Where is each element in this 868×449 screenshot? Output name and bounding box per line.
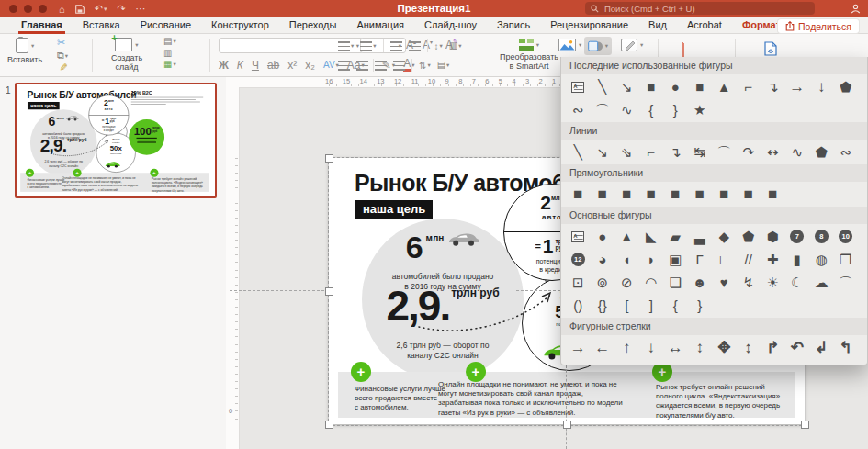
shape-plaque[interactable]: ▮ xyxy=(785,248,810,271)
shape-diagonal-stripe[interactable]: // xyxy=(737,248,761,271)
more-commands-icon[interactable]: ⋯ xyxy=(136,3,146,15)
undo-caret-icon[interactable]: ▾ xyxy=(104,6,107,13)
shape-curved-double-arrow-connector[interactable]: ↭ xyxy=(761,140,785,163)
shape-chord[interactable]: ◖ xyxy=(614,248,639,271)
shape-right-bracket[interactable]: ] xyxy=(639,294,664,317)
undo-icon[interactable]: ↶ xyxy=(95,3,103,15)
shape-freeform[interactable]: ⬟ xyxy=(834,75,859,98)
shape-scribble[interactable]: ∾ xyxy=(566,98,591,121)
strikethrough-button[interactable]: ab xyxy=(267,59,279,72)
zoom-window-icon[interactable] xyxy=(39,5,47,13)
ribbon-tab[interactable]: Слайд-шоу xyxy=(414,17,487,34)
shape-left-bracket[interactable]: [ xyxy=(614,294,639,317)
bold-button[interactable]: Ж xyxy=(219,59,229,72)
ribbon-tab[interactable]: Acrobat xyxy=(677,17,732,34)
align-left-button[interactable] xyxy=(338,61,350,71)
increase-indent-button[interactable] xyxy=(409,41,421,51)
shape-elbow-connector[interactable]: ⌐ xyxy=(737,75,761,98)
shape-left-brace[interactable]: { xyxy=(663,294,688,317)
slide-layout-button[interactable]: ▤ xyxy=(163,37,172,46)
shape-left-right-up-arrow[interactable]: ↨ xyxy=(737,336,761,359)
shape-lightning-bolt[interactable]: ↯ xyxy=(737,271,761,294)
ribbon-tab[interactable]: Рисование xyxy=(130,17,201,34)
ribbon-tab[interactable]: Анимация xyxy=(346,17,414,34)
shape-arc[interactable]: ⌒ xyxy=(834,271,859,294)
justify-button[interactable] xyxy=(393,61,405,71)
shape-left-brace[interactable]: { xyxy=(639,98,664,121)
shape-line-arrow[interactable]: ↘ xyxy=(591,140,615,163)
shape-l-shape[interactable]: ∟ xyxy=(712,248,737,271)
text-box-button[interactable]: ▾ xyxy=(621,39,643,51)
selection-handle[interactable] xyxy=(563,421,571,429)
shape-snip-same-side-corner-rectangle[interactable]: ■ xyxy=(639,183,664,206)
ribbon-tab[interactable]: Вид xyxy=(638,17,677,34)
shape-left-right-arrow[interactable]: ↔ xyxy=(663,336,688,359)
convert-to-smartart-button[interactable]: ▾ Преобразоватьв SmartArt xyxy=(501,39,558,72)
shape-elbow-connector[interactable]: ⌐ xyxy=(639,140,664,163)
shape-freeform[interactable]: ⬟ xyxy=(809,140,834,163)
shape-snip-single-corner-rectangle[interactable]: ■ xyxy=(614,183,639,206)
shape-left-arrow[interactable]: ← xyxy=(591,336,615,359)
shape-hexagon[interactable]: ⬢ xyxy=(761,225,785,248)
close-window-icon[interactable] xyxy=(9,5,17,13)
selection-handle[interactable] xyxy=(325,287,333,296)
shape-curved-line[interactable]: ∿ xyxy=(614,98,639,121)
minimize-window-icon[interactable] xyxy=(24,5,32,13)
shape-trapezoid[interactable]: ▃ xyxy=(688,225,713,248)
shape-sun[interactable]: ☀ xyxy=(761,271,785,294)
ribbon-tab[interactable]: Запись xyxy=(487,17,540,34)
shape-parallelogram[interactable]: ▰ xyxy=(663,225,688,248)
new-slide-button[interactable]: ▾ Создать слайд xyxy=(103,38,151,72)
home-icon[interactable]: ⌂ xyxy=(59,4,65,15)
shape-half-frame[interactable]: Γ xyxy=(688,248,713,271)
shape-isosceles-triangle[interactable]: ▲ xyxy=(614,225,639,248)
shape-right-arrow[interactable]: → xyxy=(785,75,810,98)
insert-picture-button[interactable]: ▾ xyxy=(558,39,581,51)
shape-round-same-side-corner-rectangle[interactable]: ■ xyxy=(737,183,761,206)
shape-line-double-arrow[interactable]: ⇘ xyxy=(614,140,639,163)
shape-cube[interactable]: ❒ xyxy=(834,248,859,271)
shape-down-arrow[interactable]: ↓ xyxy=(809,75,834,98)
shape-cross[interactable]: ✚ xyxy=(761,248,785,271)
shape-teardrop[interactable]: ◗ xyxy=(639,248,664,271)
shapes-button[interactable]: ▾ xyxy=(584,37,612,55)
align-center-button[interactable] xyxy=(356,61,368,71)
ribbon-tab[interactable]: Конструктор xyxy=(201,17,279,34)
shape-rounded-rectangle[interactable]: ■ xyxy=(688,75,713,98)
shape-text-box[interactable]: A xyxy=(566,225,591,248)
shape-line[interactable]: ╲ xyxy=(591,75,615,98)
shape-dodecagon[interactable]: 12 xyxy=(566,248,591,271)
shape-round-single-corner-rectangle[interactable]: ■ xyxy=(712,183,737,206)
numbering-button[interactable]: ▾ xyxy=(360,41,376,51)
shape-rectangle[interactable]: ■ xyxy=(566,183,591,206)
shape-oval[interactable]: ● xyxy=(591,225,615,248)
shape-no-symbol[interactable]: ⊘ xyxy=(614,271,639,294)
window-controls[interactable] xyxy=(9,5,47,13)
reset-slide-button[interactable]: ▥ xyxy=(163,49,176,58)
shape-block-arc[interactable]: ◠ xyxy=(639,271,664,294)
search-input[interactable] xyxy=(603,3,809,15)
shape-down-arrow[interactable]: ↓ xyxy=(639,336,664,359)
shape-smiley-face[interactable]: ☻ xyxy=(688,271,713,294)
ribbon-tab[interactable]: Рецензирование xyxy=(540,17,638,34)
shape-frame[interactable]: ▣ xyxy=(663,248,688,271)
shape-heptagon[interactable]: 7 xyxy=(785,225,810,248)
shape-curved-arrow-connector[interactable]: ↷ xyxy=(737,140,761,163)
shape-up-arrow[interactable]: ↑ xyxy=(614,336,639,359)
shape-can[interactable]: ◍ xyxy=(809,248,834,271)
shape-line-arrow[interactable]: ↘ xyxy=(614,75,639,98)
align-right-button[interactable] xyxy=(375,61,387,71)
shape-rectangle[interactable]: ■ xyxy=(639,75,664,98)
shape-u-turn-arrow[interactable]: ↶ xyxy=(785,336,810,359)
shape-scribble[interactable]: ∾ xyxy=(834,140,859,163)
shape-star[interactable]: ★ xyxy=(688,98,713,121)
search-box[interactable] xyxy=(585,2,815,15)
shape-left-up-arrow[interactable]: ↰ xyxy=(834,336,859,359)
character-spacing-button[interactable]: AV xyxy=(323,60,335,70)
shape-folded-corner[interactable]: ❏ xyxy=(663,271,688,294)
shape-bent-up-arrow[interactable]: ↲ xyxy=(809,336,834,359)
shape-double-bracket[interactable]: () xyxy=(566,294,591,317)
ribbon-tab[interactable]: Вставка xyxy=(73,17,130,34)
shape-bent-arrow[interactable]: ↱ xyxy=(761,336,785,359)
account-icon[interactable] xyxy=(851,4,861,14)
